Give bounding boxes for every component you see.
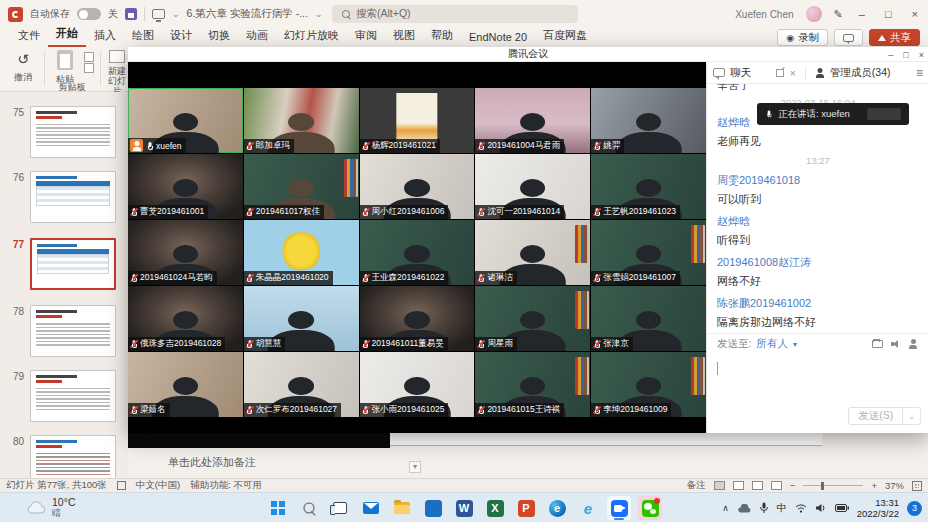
zoom-slider-thumb[interactable] — [821, 482, 824, 490]
clock[interactable]: 13:31 2022/3/22 — [857, 497, 899, 519]
chat-sender-name[interactable]: 2019461008赵江涛 — [717, 255, 919, 270]
ime-indicator[interactable]: 中 — [777, 501, 787, 515]
record-button[interactable]: ◉ 录制 — [777, 29, 828, 46]
clipboard-mini-buttons[interactable] — [82, 50, 96, 75]
video-tile[interactable]: xuefen — [128, 88, 243, 153]
taskbar-app-excel[interactable]: X — [483, 496, 507, 520]
accessibility-status[interactable]: 辅助功能: 不可用 — [190, 479, 262, 492]
comments-button[interactable] — [834, 29, 863, 46]
taskbar-app-tencent-meeting[interactable] — [607, 496, 631, 520]
undo-icon[interactable]: ↺ — [6, 50, 40, 68]
chat-input[interactable]: 发送(S) ⌄ — [707, 354, 928, 433]
zoom-slider[interactable] — [803, 485, 863, 487]
tab-切换[interactable]: 切换 — [200, 26, 238, 47]
reading-view-button[interactable] — [752, 481, 763, 490]
ppt-restore-button[interactable]: □ — [881, 8, 896, 20]
taskbar-app-windows-start[interactable] — [266, 496, 290, 520]
video-tile[interactable]: 2019461011董易旻 — [360, 286, 475, 351]
tab-设计[interactable]: 设计 — [162, 26, 200, 47]
tab-动画[interactable]: 动画 — [238, 26, 276, 47]
chat-sender-name[interactable]: 赵烨晗 — [717, 214, 919, 229]
slide-thumbnail[interactable] — [30, 370, 116, 422]
language-indicator[interactable]: 中文(中国) — [136, 479, 180, 492]
tab-百度网盘[interactable]: 百度网盘 — [535, 26, 595, 47]
new-slide-button[interactable]: 新建幻灯片 — [104, 50, 130, 96]
video-tile[interactable]: 周星雨 — [475, 286, 590, 351]
tab-视图[interactable]: 视图 — [385, 26, 423, 47]
slide-thumbnail[interactable] — [30, 171, 116, 223]
video-tile[interactable]: 姚羿 — [591, 88, 706, 153]
wifi-icon[interactable] — [795, 503, 807, 513]
ppt-minimize-button[interactable]: – — [855, 8, 869, 20]
chat-close-icon[interactable]: × — [789, 67, 795, 79]
zoom-in-button[interactable]: + — [871, 480, 877, 491]
scroll-down-icon[interactable]: ▾ — [409, 461, 421, 473]
video-tile[interactable]: 郎加卓玛 — [244, 88, 359, 153]
send-to-selector[interactable]: 所有人 — [756, 337, 788, 351]
slideshow-view-button[interactable] — [771, 481, 782, 490]
video-tile[interactable]: 王艺帆2019461023 — [591, 154, 706, 219]
slide-thumbnail[interactable] — [30, 305, 116, 357]
meeting-titlebar[interactable]: 腾讯会议 – □ × — [128, 47, 928, 62]
tray-expand-icon[interactable]: ∧ — [722, 503, 729, 513]
video-tile[interactable]: 胡慧慧 — [244, 286, 359, 351]
video-tile[interactable]: 2019461015王诗祺 — [475, 352, 590, 417]
video-tile[interactable]: 沈可一2019461014 — [475, 154, 590, 219]
taskbar-app-edge[interactable]: e — [545, 496, 569, 520]
pen-icon[interactable]: ✎ — [834, 8, 843, 21]
tab-members[interactable]: 管理成员(34) — [830, 66, 891, 80]
tab-chat[interactable]: 聊天 — [730, 66, 751, 80]
battery-icon[interactable] — [835, 504, 849, 512]
panel-menu-icon[interactable]: ≡ — [916, 66, 923, 80]
video-tile[interactable]: 王业森2019461022 — [360, 220, 475, 285]
video-tile[interactable]: 俄珠多吉2019461028 — [128, 286, 243, 351]
slide-thumbnail[interactable] — [30, 435, 116, 478]
ppt-close-button[interactable]: × — [908, 8, 922, 20]
send-to-dropdown-icon[interactable]: ▾ — [793, 340, 797, 349]
zoom-level[interactable]: 37% — [885, 480, 904, 491]
send-file-icon[interactable] — [872, 340, 883, 348]
video-tile[interactable]: 张津京 — [591, 286, 706, 351]
quickaccess-dropdown-icon[interactable]: ⌄ — [172, 9, 180, 19]
taskbar-app-wechat[interactable] — [638, 496, 662, 520]
chat-sender-name[interactable]: 陈张鹏2019461002 — [717, 296, 919, 311]
share-button[interactable]: 共享 — [869, 29, 920, 46]
onedrive-icon[interactable] — [737, 504, 751, 513]
search-input[interactable]: 搜索(Alt+Q) — [332, 5, 578, 23]
cut-icon[interactable] — [84, 52, 94, 62]
slideshow-icon[interactable] — [152, 9, 165, 19]
meeting-maximize-button[interactable]: □ — [903, 50, 908, 60]
video-tile[interactable]: 次仁罗布2019461027 — [244, 352, 359, 417]
taskbar-app-internet-explorer[interactable]: e — [576, 496, 600, 520]
video-tile[interactable]: 2019461017权佳 — [244, 154, 359, 219]
video-tile[interactable]: 梁婧名 — [128, 352, 243, 417]
video-tile[interactable]: 杨辉2019461021 — [360, 88, 475, 153]
notification-badge[interactable]: 3 — [907, 501, 922, 516]
tray-mic-icon[interactable] — [759, 502, 769, 514]
mention-member-icon[interactable] — [909, 339, 919, 349]
taskbar-app-search[interactable] — [297, 496, 321, 520]
audio-icon[interactable] — [891, 340, 901, 349]
autosave-toggle[interactable] — [77, 8, 101, 20]
meeting-close-button[interactable]: × — [919, 50, 924, 60]
slide-thumbnail-panel[interactable]: 757677787980 — [0, 92, 128, 478]
popout-icon[interactable] — [776, 69, 784, 77]
tab-开始[interactable]: 开始 — [48, 24, 86, 47]
taskbar-app-powerpoint[interactable]: P — [514, 496, 538, 520]
video-tile[interactable]: 2019461024马若昀 — [128, 220, 243, 285]
video-tile[interactable]: 2019461004马君雨 — [475, 88, 590, 153]
slide-thumbnail[interactable] — [30, 238, 116, 290]
video-tile[interactable]: 曹芠2019461001 — [128, 154, 243, 219]
tab-插入[interactable]: 插入 — [86, 26, 124, 47]
tab-审阅[interactable]: 审阅 — [347, 26, 385, 47]
taskbar-app-file-explorer[interactable] — [390, 496, 414, 520]
tab-幻灯片放映[interactable]: 幻灯片放映 — [276, 26, 347, 47]
video-tile[interactable]: 李坤2019461009 — [591, 352, 706, 417]
chat-sender-name[interactable]: 周雯2019461018 — [717, 173, 919, 188]
taskbar-app-mail[interactable] — [359, 496, 383, 520]
send-options-icon[interactable]: ⌄ — [902, 408, 920, 424]
volume-icon[interactable] — [815, 503, 827, 513]
title-dropdown-icon[interactable]: ⌄ — [315, 9, 323, 19]
video-tile[interactable]: 张小雨2019461025 — [360, 352, 475, 417]
tab-EndNote 20[interactable]: EndNote 20 — [461, 29, 535, 47]
